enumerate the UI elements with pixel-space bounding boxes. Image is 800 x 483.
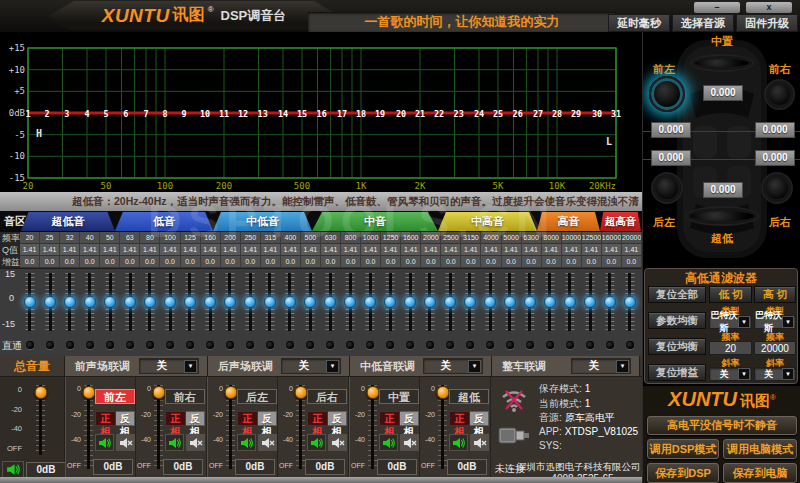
eq-cell[interactable]: 0.0 — [120, 256, 140, 268]
eq-cell[interactable]: 0.0 — [622, 256, 642, 268]
eq-cell[interactable]: 5000 — [502, 232, 522, 244]
eq-cell[interactable]: 1.41 — [40, 244, 60, 256]
speaker-on-button[interactable] — [307, 434, 326, 451]
minimize-button[interactable]: – — [694, 2, 740, 13]
eq-band-slider[interactable] — [460, 271, 480, 335]
rear-left-speaker[interactable] — [651, 172, 683, 204]
low-cut-button[interactable]: 低 切 — [709, 286, 752, 303]
front-stage-link-select[interactable]: 关▾ — [139, 358, 199, 374]
zone-mid-bass[interactable]: 中低音 — [213, 212, 312, 231]
bypass-indicator[interactable] — [486, 341, 494, 349]
eq-band-slider[interactable] — [440, 271, 460, 335]
eq-cell[interactable]: 630 — [321, 232, 341, 244]
bypass-indicator[interactable] — [186, 341, 194, 349]
mute-button[interactable] — [258, 434, 277, 451]
parametric-eq-button[interactable]: 参数均衡 — [648, 312, 706, 329]
bypass-indicator[interactable] — [66, 341, 74, 349]
eq-band-slider[interactable] — [160, 271, 180, 335]
bypass-indicator[interactable] — [386, 341, 394, 349]
eq-cell[interactable]: 1.41 — [140, 244, 160, 256]
bypass-indicator[interactable] — [286, 341, 294, 349]
phase-negative-button[interactable]: 反相 — [186, 411, 206, 426]
eq-cell[interactable]: 1250 — [381, 232, 401, 244]
eq-band-slider[interactable] — [600, 271, 620, 335]
eq-band-slider[interactable] — [480, 271, 500, 335]
channel-fader-knob[interactable] — [436, 386, 449, 399]
eq-band-slider[interactable] — [280, 271, 300, 335]
eq-band-slider[interactable] — [20, 271, 40, 335]
slider-knob[interactable] — [204, 296, 216, 308]
slider-knob[interactable] — [444, 296, 456, 308]
slider-knob[interactable] — [604, 296, 616, 308]
bypass-indicator[interactable] — [506, 341, 514, 349]
slider-knob[interactable] — [484, 296, 496, 308]
eq-cell[interactable]: 1.41 — [441, 244, 461, 256]
eq-cell[interactable]: 1.41 — [100, 244, 120, 256]
eq-cell[interactable]: 500 — [301, 232, 321, 244]
slider-knob[interactable] — [244, 296, 256, 308]
slider-knob[interactable] — [504, 296, 516, 308]
slider-knob[interactable] — [584, 296, 596, 308]
bypass-indicator[interactable] — [306, 341, 314, 349]
slider-knob[interactable] — [264, 296, 276, 308]
eq-band-slider[interactable] — [500, 271, 520, 335]
eq-cell[interactable]: 1.41 — [201, 244, 221, 256]
mute-button[interactable] — [400, 434, 419, 451]
phase-negative-button[interactable]: 反相 — [116, 411, 136, 426]
eq-band-slider[interactable] — [380, 271, 400, 335]
eq-cell[interactable]: 400 — [281, 232, 301, 244]
eq-cell[interactable]: 0.0 — [181, 256, 201, 268]
eq-band-slider[interactable] — [260, 271, 280, 335]
eq-cell[interactable]: 80 — [140, 232, 160, 244]
high-cut-frequency-value[interactable]: 20000 — [754, 341, 796, 355]
slider-knob[interactable] — [104, 296, 116, 308]
eq-cell[interactable]: 1.41 — [522, 244, 542, 256]
eq-cell[interactable]: 0.0 — [281, 256, 301, 268]
bypass-indicator[interactable] — [406, 341, 414, 349]
eq-cell[interactable]: 1.41 — [241, 244, 261, 256]
eq-cell[interactable]: 40 — [80, 232, 100, 244]
eq-cell[interactable]: 1.41 — [421, 244, 441, 256]
eq-cell[interactable]: 1.41 — [160, 244, 180, 256]
eq-band-slider[interactable] — [420, 271, 440, 335]
eq-cell[interactable]: 32 — [60, 232, 80, 244]
mute-button[interactable] — [470, 434, 489, 451]
delay-front-left[interactable]: 0.000 — [651, 122, 691, 138]
channel-fader-knob[interactable] — [224, 386, 237, 399]
bypass-indicator[interactable] — [166, 341, 174, 349]
bypass-indicator[interactable] — [246, 341, 254, 349]
slider-knob[interactable] — [364, 296, 376, 308]
eq-cell[interactable]: 4000 — [481, 232, 501, 244]
eq-cell[interactable]: 1.41 — [301, 244, 321, 256]
slider-knob[interactable] — [224, 296, 236, 308]
eq-cell[interactable]: 0.0 — [361, 256, 381, 268]
bypass-indicator[interactable] — [206, 341, 214, 349]
eq-cell[interactable]: 1.41 — [181, 244, 201, 256]
speaker-on-button[interactable] — [95, 434, 114, 451]
eq-cell[interactable]: 0.0 — [582, 256, 602, 268]
slider-knob[interactable] — [624, 296, 636, 308]
zone-mid[interactable]: 中音 — [312, 212, 438, 231]
slider-knob[interactable] — [464, 296, 476, 308]
eq-cell[interactable]: 0.0 — [441, 256, 461, 268]
speaker-on-button[interactable] — [165, 434, 184, 451]
eq-cell[interactable]: 0.0 — [381, 256, 401, 268]
zone-high[interactable]: 高音 — [537, 212, 600, 231]
save-to-pc-button[interactable]: 保存到电脑 — [723, 463, 797, 483]
eq-cell[interactable]: 0.0 — [301, 256, 321, 268]
eq-cell[interactable]: 0.0 — [140, 256, 160, 268]
eq-cell[interactable]: 0.0 — [321, 256, 341, 268]
eq-cell[interactable]: 10000 — [562, 232, 582, 244]
mute-button[interactable] — [186, 434, 205, 451]
low-cut-slope-select[interactable]: 关▾ — [709, 367, 752, 381]
eq-cell[interactable]: 50 — [100, 232, 120, 244]
channel-name-front-right[interactable]: 前右 — [165, 389, 205, 404]
delay-rear-right[interactable]: 0.000 — [755, 150, 795, 166]
eq-cell[interactable]: 250 — [241, 232, 261, 244]
eq-band-slider[interactable] — [140, 271, 160, 335]
eq-band-slider[interactable] — [180, 271, 200, 335]
eq-cell[interactable]: 1.41 — [221, 244, 241, 256]
eq-band-slider[interactable] — [620, 271, 640, 335]
eq-cell[interactable]: 20 — [20, 232, 40, 244]
speaker-on-button[interactable] — [449, 434, 468, 451]
